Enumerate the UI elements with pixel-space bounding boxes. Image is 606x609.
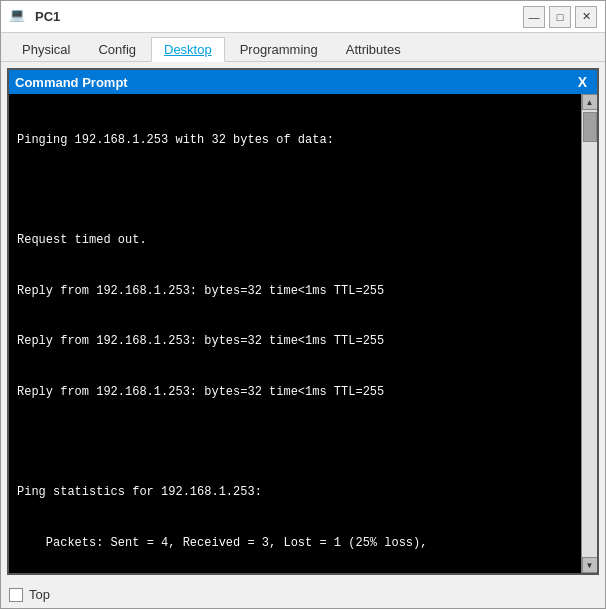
cmd-title-bar: Command Prompt X bbox=[9, 70, 597, 94]
scroll-down-button[interactable]: ▼ bbox=[582, 557, 598, 573]
cmd-line-2 bbox=[17, 182, 573, 199]
main-window: 💻 PC1 — □ ✕ Physical Config Desktop Prog… bbox=[0, 0, 606, 609]
top-checkbox[interactable] bbox=[9, 588, 23, 602]
tab-bar: Physical Config Desktop Programming Attr… bbox=[1, 33, 605, 62]
scroll-up-button[interactable]: ▲ bbox=[582, 94, 598, 110]
title-bar: 💻 PC1 — □ ✕ bbox=[1, 1, 605, 33]
window-title: PC1 bbox=[35, 9, 60, 24]
top-label: Top bbox=[29, 587, 50, 602]
tab-physical[interactable]: Physical bbox=[9, 37, 83, 61]
cmd-line-3: Request timed out. bbox=[17, 232, 573, 249]
scrollbar-track[interactable] bbox=[582, 110, 597, 557]
title-controls: — □ ✕ bbox=[523, 6, 597, 28]
window-icon: 💻 bbox=[9, 7, 29, 27]
title-bar-left: 💻 PC1 bbox=[9, 7, 60, 27]
cmd-scrollbar[interactable]: ▲ ▼ bbox=[581, 94, 597, 573]
bottom-bar: Top bbox=[1, 581, 605, 608]
command-prompt-window: Command Prompt X Pinging 192.168.1.253 w… bbox=[7, 68, 599, 575]
cmd-line-8: Ping statistics for 192.168.1.253: bbox=[17, 484, 573, 501]
tab-attributes[interactable]: Attributes bbox=[333, 37, 414, 61]
cmd-line-1: Pinging 192.168.1.253 with 32 bytes of d… bbox=[17, 132, 573, 149]
tab-programming[interactable]: Programming bbox=[227, 37, 331, 61]
tab-config[interactable]: Config bbox=[85, 37, 149, 61]
cmd-line-6: Reply from 192.168.1.253: bytes=32 time<… bbox=[17, 384, 573, 401]
cmd-line-7 bbox=[17, 434, 573, 451]
cmd-line-5: Reply from 192.168.1.253: bytes=32 time<… bbox=[17, 333, 573, 350]
minimize-button[interactable]: — bbox=[523, 6, 545, 28]
cmd-line-4: Reply from 192.168.1.253: bytes=32 time<… bbox=[17, 283, 573, 300]
tab-desktop[interactable]: Desktop bbox=[151, 37, 225, 62]
cmd-line-9: Packets: Sent = 4, Received = 3, Lost = … bbox=[17, 535, 573, 552]
maximize-button[interactable]: □ bbox=[549, 6, 571, 28]
cmd-output: Pinging 192.168.1.253 with 32 bytes of d… bbox=[17, 98, 573, 573]
close-button[interactable]: ✕ bbox=[575, 6, 597, 28]
cmd-close-button[interactable]: X bbox=[574, 74, 591, 90]
cmd-scroll-area[interactable]: Pinging 192.168.1.253 with 32 bytes of d… bbox=[9, 94, 581, 573]
cmd-title-text: Command Prompt bbox=[15, 75, 128, 90]
desktop-content: Command Prompt X Pinging 192.168.1.253 w… bbox=[1, 62, 605, 581]
cmd-body[interactable]: Pinging 192.168.1.253 with 32 bytes of d… bbox=[9, 94, 597, 573]
scrollbar-thumb[interactable] bbox=[583, 112, 597, 142]
